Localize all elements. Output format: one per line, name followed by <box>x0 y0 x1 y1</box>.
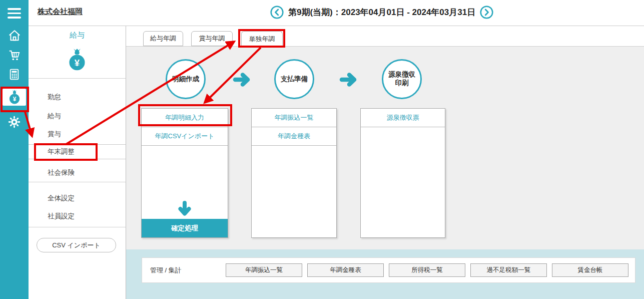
button-wage-ledger[interactable]: 賃金台帳 <box>552 263 628 277</box>
moneybag-icon: ¥ <box>29 48 126 71</box>
menu-icon[interactable] <box>8 8 21 21</box>
button-nencho-transfer-list[interactable]: 年調振込一覧 <box>226 263 302 277</box>
nav-item-salary[interactable]: 給与 <box>29 109 126 123</box>
svg-text:¥: ¥ <box>75 58 80 68</box>
tab-salary-nencho[interactable]: 給与年調 <box>143 31 183 46</box>
fiscal-period-label: 第9期(当期)：2023年04月01日 - 2024年03月31日 <box>288 7 475 18</box>
nav-divider <box>29 182 126 182</box>
button-excess-deficiency-tax-list[interactable]: 過不足税額一覧 <box>470 263 547 277</box>
tab-standalone-nencho[interactable]: 単独年調 <box>241 31 283 47</box>
calculator-icon[interactable] <box>0 68 29 81</box>
tab-bonus-nencho[interactable]: 賞与年調 <box>191 31 233 46</box>
link-nencho-csv-import[interactable]: 年調CSVインポート <box>142 127 228 146</box>
gear-icon[interactable] <box>0 115 29 129</box>
home-icon[interactable] <box>0 29 29 42</box>
link-nencho-detail-entry[interactable]: 年調明細入力 <box>142 109 228 127</box>
management-buttons: 年調振込一覧 年調金種表 所得税一覧 過不足税額一覧 賃金台帳 <box>226 258 628 282</box>
button-nencho-denomination-table[interactable]: 年調金種表 <box>307 263 384 277</box>
management-label: 管理 / 集計 <box>150 258 182 282</box>
management-band: 管理 / 集計 年調振込一覧 年調金種表 所得税一覧 過不足税額一覧 賃金台帳 <box>126 249 644 299</box>
button-income-tax-list[interactable]: 所得税一覧 <box>389 263 465 277</box>
nav-divider <box>29 78 126 79</box>
down-arrow-icon <box>142 197 228 219</box>
top-header: 株式会社福岡 第9期(当期)：2023年04月01日 - 2024年03月31日 <box>29 0 644 26</box>
step-label: 明細作成 <box>172 75 199 84</box>
column-spacer <box>142 146 228 197</box>
nav-item-global-settings[interactable]: 全体設定 <box>29 191 126 205</box>
column-spacer <box>361 127 445 237</box>
previous-period-button[interactable] <box>270 6 284 19</box>
step-circle-create-details: 明細作成 <box>166 59 206 99</box>
cart-icon[interactable] <box>0 49 29 62</box>
nav-section-title: 給与 <box>29 31 126 40</box>
link-withholding-slip[interactable]: 源泉徴収票 <box>361 109 445 127</box>
confirm-process-button[interactable]: 確定処理 <box>142 219 228 237</box>
nav-item-year-end-adjustment[interactable]: 年末調整 <box>29 144 126 159</box>
step-label: 印刷 <box>395 79 409 88</box>
column-create-details: 年調明細入力 年調CSVインポート 確定処理 <box>141 108 228 238</box>
step-circle-withholding-print: 源泉徴収 印刷 <box>382 59 422 99</box>
column-spacer <box>252 146 336 237</box>
step-label: 源泉徴収 <box>388 71 415 79</box>
management-bar: 管理 / 集計 年調振込一覧 年調金種表 所得税一覧 過不足税額一覧 賃金台帳 <box>142 257 635 283</box>
payroll-nav-panel: 給与 ¥ 勤怠 給与 賞与 年末調整 社会保険 全体設定 社員設定 CSV イン… <box>29 26 126 299</box>
fiscal-period-selector: 第9期(当期)：2023年04月01日 - 2024年03月31日 <box>270 6 493 19</box>
nav-item-employee-settings[interactable]: 社員設定 <box>29 209 126 223</box>
main-area: 給与年調 賞与年調 単独年調 明細作成 支払準備 源泉徴収 印刷 年調明細入力 … <box>126 26 644 299</box>
nav-item-social-insurance[interactable]: 社会保険 <box>29 166 126 180</box>
csv-import-button[interactable]: CSV インポート <box>37 238 116 252</box>
link-nencho-denomination-table[interactable]: 年調金種表 <box>252 127 336 146</box>
column-withholding-print: 源泉徴収票 <box>360 108 445 238</box>
step-circle-payment-prep: 支払準備 <box>274 59 314 99</box>
flow-right-arrow-icon <box>339 72 358 90</box>
payroll-moneybag-icon[interactable]: ¥ <box>3 89 26 106</box>
app-window: { "colors": { "teal": "#29a7bc", "teal_c… <box>0 0 644 299</box>
sidebar: ¥ <box>0 0 29 299</box>
flow-right-arrow-icon <box>232 72 251 90</box>
column-payment-prep: 年調振込一覧 年調金種表 <box>251 108 337 238</box>
nav-item-attendance[interactable]: 勤怠 <box>29 90 126 104</box>
nav-item-bonus[interactable]: 賞与 <box>29 127 126 141</box>
svg-text:¥: ¥ <box>13 96 16 103</box>
link-nencho-transfer-list[interactable]: 年調振込一覧 <box>252 109 336 127</box>
next-period-button[interactable] <box>480 6 493 19</box>
company-name[interactable]: 株式会社福岡 <box>38 7 83 17</box>
nav-divider <box>29 227 126 227</box>
workflow-panel: 明細作成 支払準備 源泉徴収 印刷 年調明細入力 年調CSVインポート <box>126 46 644 249</box>
step-label: 支払準備 <box>281 75 308 84</box>
